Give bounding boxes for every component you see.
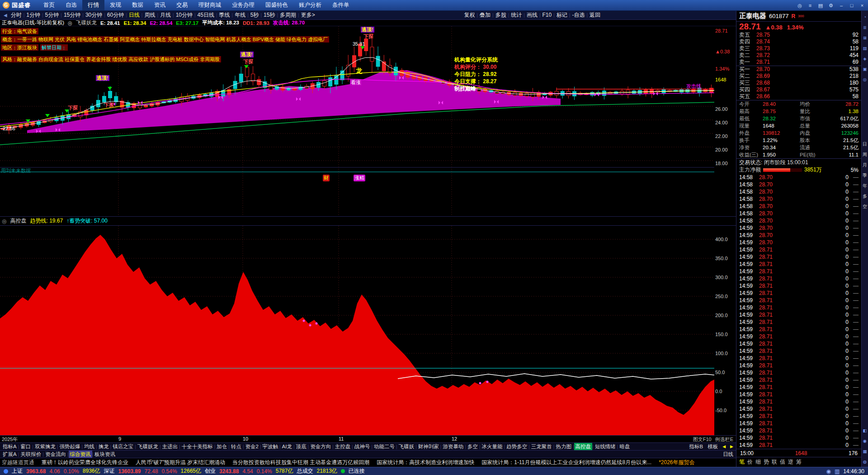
top-menu-item-条件单[interactable]: 条件单	[327, 0, 355, 10]
tick-tab-联[interactable]: 联	[772, 458, 777, 466]
ask-row-4[interactable]: 卖四28.7458	[736, 38, 861, 45]
indicator-tab-顶底[interactable]: 顶底	[295, 443, 308, 450]
period-tab-多周期[interactable]: 多周期	[278, 11, 298, 19]
bid-row-4[interactable]: 买四28.67575	[736, 86, 861, 93]
indicator-tab-冰火量能[interactable]: 冰火量能	[481, 443, 504, 450]
index-name-创业[interactable]: 创业	[205, 467, 216, 475]
close-icon[interactable]: ×	[859, 1, 865, 10]
top-menu-item-理财商城[interactable]: 理财商城	[193, 0, 226, 10]
toolbar-button-画线[interactable]: 画线	[525, 11, 539, 19]
indicator-tab-三龙聚首[interactable]: 三龙聚首	[530, 443, 553, 450]
tick-list[interactable]: 14:5828.700—14:5828.700—14:5828.700—14:5…	[736, 174, 861, 449]
top-menu-item-国盛特色[interactable]: 国盛特色	[260, 0, 293, 10]
info-tab-板块资讯[interactable]: 板块资讯	[93, 451, 117, 458]
indicator-tab-暗盘[interactable]: 暗盘	[618, 443, 631, 450]
strip-period-月[interactable]: 月	[862, 160, 868, 170]
minimize-icon[interactable]: –	[838, 1, 844, 10]
top-menu-item-交易[interactable]: 交易	[171, 0, 193, 10]
top-icon-0[interactable]: ◎	[797, 1, 803, 10]
period-tab-10分钟[interactable]: 10分钟	[174, 11, 194, 19]
indicator-tab-宇波触[interactable]: 宇波触	[261, 443, 280, 450]
top-icon-3[interactable]: ⚙	[828, 1, 834, 10]
strip-period-年[interactable]: 年	[862, 180, 868, 191]
strip-icon-4[interactable]: ◈	[862, 53, 868, 64]
indicator-tab-飞碟妖[interactable]: 飞碟妖	[397, 443, 416, 450]
strip-period-空[interactable]: 空	[862, 201, 868, 212]
indicator-tab-擒龙[interactable]: 擒龙	[97, 443, 110, 450]
news-item-4[interactable]: 国家统计局：高技术制造业利润增速加快	[377, 459, 474, 466]
toolbar-button-标记[interactable]: 标记	[555, 11, 569, 19]
indicator-tab-财神到家[interactable]: 财神到家	[417, 443, 440, 450]
indicator-tab-加仓[interactable]: 加仓	[215, 443, 228, 450]
news-item-6[interactable]: *2026年服贸会	[659, 459, 694, 466]
indicator-tab-动能二号[interactable]: 动能二号	[373, 443, 396, 450]
indicator-tab-短线情绪[interactable]: 短线情绪	[594, 443, 617, 450]
toolbar-button-复权[interactable]: 复权	[462, 11, 476, 19]
strip-icon-2[interactable]: ⊞	[862, 33, 868, 43]
toolbar-button--自选[interactable]: -自选	[570, 11, 586, 19]
back-arrow-icon[interactable]: ◀	[2, 13, 9, 18]
toolbar-button-多股[interactable]: 多股	[494, 11, 508, 19]
signal-icon[interactable]: ▥	[835, 468, 840, 475]
ask-row-3[interactable]: 卖三28.73119	[736, 45, 861, 52]
strip-period-日[interactable]: 日	[862, 139, 868, 149]
period-tab-45日线[interactable]: 45日线	[196, 11, 216, 19]
tick-tab-筹[interactable]: 筹	[796, 458, 802, 466]
indicator-tab-主进出[interactable]: 主进出	[161, 443, 179, 450]
indicator-tab-趋势多空[interactable]: 趋势多空	[505, 443, 528, 450]
strip-bottom-icon-0[interactable]: ◧	[862, 425, 868, 436]
top-menu-item-资讯[interactable]: 资讯	[149, 0, 171, 10]
strip-period-多[interactable]: 多	[862, 191, 868, 201]
period-tab-30分钟[interactable]: 30分钟	[84, 11, 104, 19]
toolbar-button-统计[interactable]: 统计	[509, 11, 524, 19]
indicator-tab-多空[interactable]: 多空	[466, 443, 479, 450]
tick-tab-逆[interactable]: 逆	[788, 458, 793, 466]
indicator-tab-战神号[interactable]: 战神号	[353, 443, 372, 450]
period-tab-日线[interactable]: 日线	[127, 11, 142, 19]
period-tab-更多>[interactable]: 更多>	[299, 11, 317, 19]
tick-tab-值[interactable]: 值	[780, 458, 785, 466]
tick-tab-细[interactable]: 细	[755, 458, 761, 466]
indicator-tab-双紫擒龙[interactable]: 双紫擒龙	[33, 443, 57, 450]
period-tab-5分钟[interactable]: 5分钟	[43, 11, 61, 19]
info-tab-关联报价[interactable]: 关联报价	[19, 451, 42, 458]
news-item-2[interactable]: 人民币“破7”预期升温 岁末结汇潮涌动	[136, 459, 225, 466]
indicator-tab-游资暴动[interactable]: 游资暴动	[441, 443, 465, 450]
strip-icon-0[interactable]: ◔	[862, 12, 868, 22]
period-tab-月线[interactable]: 月线	[158, 11, 173, 19]
strip-icon-5[interactable]: ▣	[862, 64, 868, 74]
top-menu-item-首页[interactable]: 首页	[38, 0, 60, 10]
news-item-0[interactable]: 穿越隧道贯通	[2, 459, 34, 466]
strip-icon-1[interactable]: ≣	[862, 22, 868, 33]
indicator-tab-高控盘[interactable]: 高控盘	[574, 443, 593, 450]
indicator-tab-指标B[interactable]: 指标B	[688, 443, 704, 450]
indicator-tab-飞碟妖龙[interactable]: 飞碟妖龙	[136, 443, 160, 450]
news-item-3[interactable]: 当分散投资败给科技股集中狂潮 主动基金遭遇万亿赎回潮	[232, 459, 369, 466]
bid-row-5[interactable]: 买五28.6658	[736, 93, 861, 100]
period-tab-分时[interactable]: 分时	[9, 11, 24, 19]
indicator-toggle-icon[interactable]: ◎	[68, 20, 72, 26]
bid-row-3[interactable]: 买三28.68180	[736, 80, 861, 86]
period-tab-年线[interactable]: 年线	[233, 11, 247, 19]
tick-tab-势[interactable]: 势	[764, 458, 769, 466]
info-tab-资金流向[interactable]: 资金流向	[44, 451, 67, 458]
index-name-深证[interactable]: 深证	[104, 467, 114, 475]
strip-bottom-icon-1[interactable]: ◉	[862, 436, 868, 446]
info-tab-综合资讯[interactable]: 综合资讯	[69, 451, 92, 458]
strip-period-季[interactable]: 季	[862, 170, 868, 180]
toolbar-button-叠加[interactable]: 叠加	[478, 11, 492, 19]
volume-icon[interactable]: ◉	[826, 468, 830, 475]
top-icon-1[interactable]: ≡	[807, 1, 813, 10]
top-menu-item-业务办理[interactable]: 业务办理	[226, 0, 260, 10]
strip-period-周[interactable]: 周	[862, 149, 868, 160]
indicator-tab-指标A[interactable]: 指标A	[1, 443, 18, 450]
indicator-tab-模板[interactable]: 模板	[706, 443, 719, 450]
indicator-tab-AI龙[interactable]: AI龙	[281, 443, 293, 450]
news-item-5[interactable]: 国家统计局：1-11月份规模以上工业企业利润增速仍然延续8月份以来...	[481, 459, 651, 466]
bid-row-2[interactable]: 买二28.69218	[736, 73, 861, 80]
ask-row-5[interactable]: 卖五28.7592	[736, 32, 861, 38]
indicator-toggle-icon[interactable]: ◎	[2, 218, 6, 224]
tick-tab-笔[interactable]: 笔	[739, 458, 745, 466]
top-icon-2[interactable]: ▤	[817, 1, 824, 10]
indicator-tab-十全十美指标[interactable]: 十全十美指标	[180, 443, 214, 450]
